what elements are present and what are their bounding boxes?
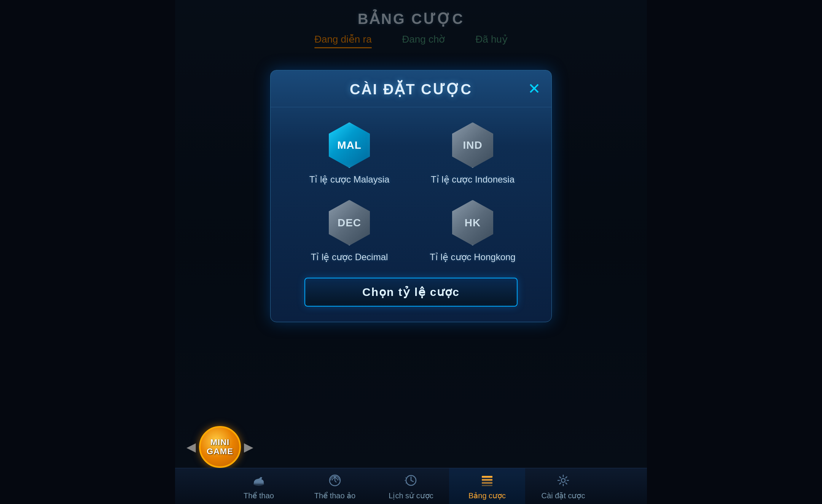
nav-label-cai-dat-cuoc: Cài đặt cược [542,491,585,500]
nav-bang-cuoc[interactable]: Bảng cược [449,468,525,504]
mini-arrow-left[interactable]: ◀ [186,440,196,454]
nav-label-lich-su-cuoc: Lịch sử cược [389,491,433,500]
history-icon [403,472,419,489]
hex-hongkong: HK [450,200,495,246]
hex-decimal: DEC [327,200,372,246]
nav-label-bang-cuoc: Bảng cược [468,491,506,500]
select-odds-button[interactable]: Chọn tỷ lệ cược [304,278,518,307]
mini-game-area: ◀ MINI GAME ▶ [175,426,647,468]
nav-label-the-thao: Thể thao [244,491,274,500]
option-label-decimal: Tỉ lệ cược Decimal [311,252,388,262]
nav-label-the-thao-ao: Thể thao ảo [314,491,356,500]
modal-header: CÀI ĐẶT CƯỢC ✕ [271,70,551,107]
nav-the-thao-ao[interactable]: Thể thao ảo [297,468,373,504]
option-label-malaysia: Tỉ lệ cược Malaysia [309,174,390,185]
nav-the-thao[interactable]: Thể thao [221,468,297,504]
svg-rect-6 [482,482,492,484]
modal-overlay: CÀI ĐẶT CƯỢC ✕ MAL Tỉ lệ cược Malaysia [175,0,647,468]
hex-icon-hongkong: HK [450,200,495,246]
option-indonesia[interactable]: IND Tỉ lệ cược Indonesia [417,122,529,185]
options-grid: MAL Tỉ lệ cược Malaysia IND Tỉ lệ cược I… [271,107,551,278]
option-label-indonesia: Tỉ lệ cược Indonesia [431,174,515,185]
nav-cai-dat-cuoc[interactable]: Cài đặt cược [525,468,601,504]
mini-arrow-right[interactable]: ▶ [244,440,253,454]
option-label-hongkong: Tỉ lệ cược Hongkong [430,252,515,262]
svg-point-8 [561,479,565,482]
option-decimal[interactable]: DEC Tỉ lệ cược Decimal [293,200,405,262]
settings-icon [555,472,572,489]
hex-malaysia: MAL [327,122,372,168]
settings-modal: CÀI ĐẶT CƯỢC ✕ MAL Tỉ lệ cược Malaysia [270,70,552,322]
svg-point-2 [334,476,336,478]
virtual-icon [327,472,343,489]
close-button[interactable]: ✕ [528,81,541,96]
shoe-icon [250,472,267,489]
table-icon [479,472,495,489]
mini-game-button[interactable]: MINI GAME [199,426,241,468]
hex-icon-malaysia: MAL [327,122,372,168]
nav-lich-su-cuoc[interactable]: Lịch sử cược [373,468,449,504]
side-panel-left [0,0,175,504]
option-malaysia[interactable]: MAL Tỉ lệ cược Malaysia [293,122,405,185]
hex-icon-indonesia: IND [450,122,495,168]
modal-title: CÀI ĐẶT CƯỢC [350,81,472,98]
hex-indonesia: IND [450,122,495,168]
svg-rect-4 [482,476,492,478]
svg-rect-5 [482,479,492,481]
svg-rect-7 [482,485,492,486]
option-hongkong[interactable]: HK Tỉ lệ cược Hongkong [417,200,529,262]
hex-icon-decimal: DEC [327,200,372,246]
mini-game-label: MINI GAME [207,438,233,456]
bottom-nav: Thể thao Thể thao ảo Lịch sử cược [175,468,647,504]
main-content: BẢNG CƯỢC Đang diễn ra Đang chờ Đã huỷ C… [175,0,647,504]
action-btn-area: Chọn tỷ lệ cược [271,278,551,307]
